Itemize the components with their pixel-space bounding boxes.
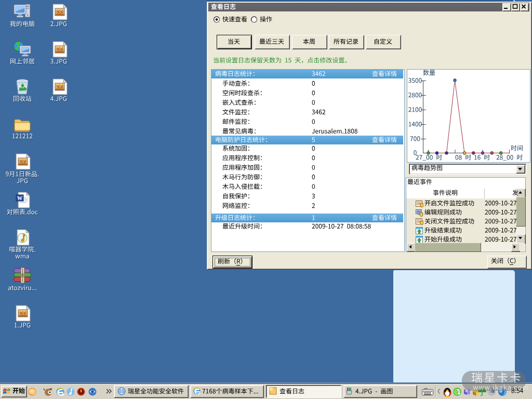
svg-text:W: W [17, 195, 22, 201]
